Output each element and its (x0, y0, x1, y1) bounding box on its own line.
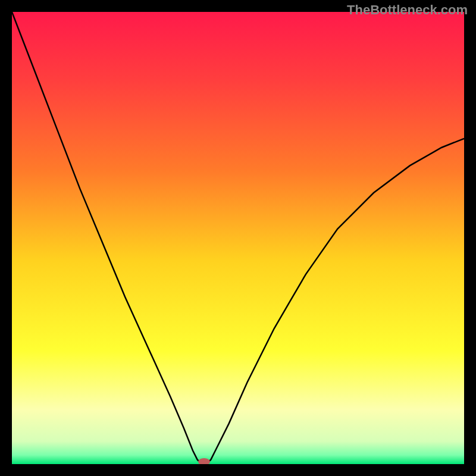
chart-svg (12, 12, 464, 464)
chart-plot-area (12, 12, 464, 464)
watermark-text: TheBottleneck.com (347, 2, 468, 18)
chart-background (12, 12, 464, 464)
